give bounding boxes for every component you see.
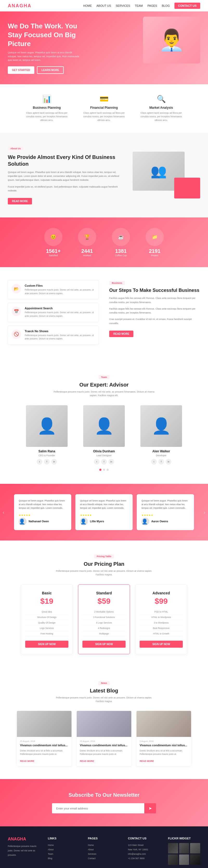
service-noshows-title: Traeck No Shows	[25, 330, 95, 333]
blog-read-more-1[interactable]: READ MORE	[20, 760, 34, 763]
stat-satisfied-label: Satisfied	[44, 254, 62, 257]
team-socials-salim: t f in	[21, 459, 73, 465]
learn-more-button[interactable]: LEARN MORE	[37, 66, 64, 74]
footer-link-blog[interactable]: Blog	[48, 856, 80, 861]
coffee-icon: ☕	[118, 234, 124, 240]
service-appointment-desc: Pellentesque posuere mauris justo. Donec…	[25, 311, 95, 318]
team-section: Team Our Expert: Advisor Pellentesque po…	[0, 361, 208, 484]
nav-services[interactable]: SERVICES	[116, 4, 130, 7]
service-noshows: 🚫 Traeck No Shows Pellentesque posuere m…	[8, 326, 99, 345]
instagram-icon[interactable]: in	[51, 459, 57, 465]
stat-worked-number: 2441	[78, 248, 96, 254]
newsletter-headline: Subscribe To Our Newsletter	[8, 792, 200, 798]
footer-page-contact[interactable]: Contact	[88, 856, 120, 861]
feature-market-title: Market Analysis	[138, 106, 184, 110]
team-role-alen: Developer	[135, 454, 187, 457]
pricing-tag: Pricing Table	[94, 554, 114, 558]
footer: ANAGHA Pellentesque posuere mauris justo…	[0, 826, 208, 868]
footer-link-home[interactable]: Home	[48, 843, 80, 847]
footer-page-home[interactable]: Home	[88, 843, 120, 847]
plan-advanced-f3: 3 to Wordpress	[140, 620, 183, 626]
blog-img-1	[17, 711, 71, 737]
plan-basic-f4: Logo Services	[25, 626, 68, 631]
twitter-icon-alen[interactable]: t	[151, 459, 157, 465]
footer-link-team[interactable]: Team	[48, 852, 80, 856]
nav-team[interactable]: TEAM	[135, 4, 143, 7]
testimonial-next-button[interactable]: ›	[204, 509, 205, 515]
testimonial-aaron-stars: ★★★★★	[141, 514, 189, 517]
footer-page-about[interactable]: About	[88, 847, 120, 852]
feature-financial-title: Financial Planning	[80, 106, 128, 110]
about-content: About Us We Provide Almost Every Kind Of…	[8, 146, 122, 205]
dot-inactive-2[interactable]	[107, 469, 109, 471]
stat-project-number: 2191	[146, 248, 164, 254]
financial-planning-icon: 💳	[80, 95, 128, 103]
twitter-icon[interactable]: t	[37, 459, 42, 465]
instagram-icon-olivia[interactable]: in	[108, 459, 114, 465]
testimonial-lillie-text: Quisque vel lorem augue. Phasellus quis …	[80, 499, 128, 510]
newsletter-submit-button[interactable]: ➤	[144, 803, 156, 813]
plan-standard-f4: 4 Redesigns	[82, 626, 126, 631]
about-para2: Fusce imperdiet justo ex, sit eleifend i…	[8, 185, 122, 193]
dot-inactive-1[interactable]	[103, 469, 105, 471]
stat-satisfied-number: 1561+	[44, 248, 62, 254]
about-para1: Quisque vel lorem augue. Phasellus quis …	[8, 170, 122, 182]
facebook-icon-olivia[interactable]: f	[101, 459, 107, 465]
nav-contact-button[interactable]: CONTACT US	[174, 3, 200, 9]
get-started-button[interactable]: GET STARTED	[8, 66, 34, 74]
newsletter-input[interactable]	[52, 803, 144, 813]
service-noshows-desc: Pellentesque posuere mauris justo. Donec…	[25, 334, 95, 341]
about-tag: About Us	[8, 147, 24, 151]
blog-read-more-2[interactable]: READ MORE	[80, 760, 94, 763]
plan-advanced-f2: HTML to Wordpress	[140, 615, 183, 620]
feature-business-title: Business Planning	[24, 106, 70, 110]
footer-img-2	[179, 843, 189, 854]
pricing-basic: Basic $19 Great Idea Structure Of Design…	[21, 585, 73, 654]
plan-basic-name: Basic	[25, 591, 68, 595]
dot-active[interactable]	[99, 469, 101, 471]
plan-basic-btn[interactable]: SIGN UP NOW	[25, 641, 68, 648]
feature-business: 📊 Business Planning Class aptent taciti …	[24, 95, 70, 122]
footer-page-services[interactable]: Services	[88, 852, 120, 856]
pricing-section: Pricing Table Our Pricing Plan Pellentes…	[0, 540, 208, 667]
nav-about[interactable]: ABOUT US	[97, 4, 111, 7]
service-custom-files-desc: Pellentesque posuere mauris justo. Donec…	[25, 288, 95, 295]
plan-basic-price: $19	[25, 597, 68, 606]
nav-blog[interactable]: BLOG	[162, 4, 170, 7]
plan-advanced-name: Advanced	[140, 591, 183, 595]
footer-link-about[interactable]: About	[48, 847, 80, 852]
nav-pages[interactable]: PAGES	[147, 4, 157, 7]
team-headline: Our Expert: Advisor	[8, 382, 200, 388]
footer-brand-col: ANAGHA Pellentesque posuere mauris justo…	[8, 837, 40, 865]
blog-read-more-3[interactable]: READ MORE	[140, 760, 154, 763]
testimonial-aaron: Quisque vel lorem augue. Phasellus quis …	[137, 494, 194, 530]
plan-advanced-btn[interactable]: SIGN UP NOW	[140, 641, 183, 648]
twitter-icon-olivia[interactable]: t	[94, 459, 100, 465]
nav-links: HOME ABOUT US SERVICES TEAM PAGES BLOG C…	[83, 3, 200, 9]
footer-links-col: LINKS Home About Team Blog	[48, 837, 80, 865]
services-section: 📂 Custom Files Pellentesque posuere maur…	[0, 267, 208, 361]
blog-img-3	[137, 711, 191, 737]
services-read-more-button[interactable]: READ MORE	[109, 331, 133, 337]
footer-pages-col: PAGES Home About Services Contact	[88, 837, 120, 865]
footer-gallery-title: FLICKR WIDGET	[168, 837, 200, 840]
team-role-olivia: Lead Designer	[78, 454, 130, 457]
instagram-icon-alen[interactable]: in	[166, 459, 171, 465]
blog-date-2: 15 August, 2018	[80, 740, 128, 742]
avatar-nathanael: 👤	[19, 518, 27, 525]
footer-about-text: Pellentesque posuere mauris justo. Donec…	[8, 844, 40, 857]
brand-logo[interactable]: ANAGHA	[8, 3, 31, 8]
plan-standard-name: Standard	[82, 591, 126, 595]
facebook-icon[interactable]: f	[44, 459, 50, 465]
blog-body-3: 5 August, 2018 Vivamus condimentum nisl …	[137, 737, 191, 766]
feature-financial-desc: Class aptent taciti sociosqu ad litora p…	[80, 111, 128, 122]
hero-description: Quisque vel lorem augue. Phasellus quis …	[8, 51, 80, 62]
nav-home[interactable]: HOME	[83, 4, 92, 7]
facebook-icon-alen[interactable]: f	[158, 459, 164, 465]
testimonial-prev-button[interactable]: ‹	[3, 509, 4, 515]
footer-img-1	[168, 843, 178, 854]
worked-icon: 🏆	[84, 234, 90, 240]
plan-standard-btn[interactable]: SIGN UP NOW	[82, 641, 126, 648]
about-read-more-button[interactable]: READ MORE	[8, 198, 32, 205]
plan-basic-f5: Free Hosting	[25, 631, 68, 637]
